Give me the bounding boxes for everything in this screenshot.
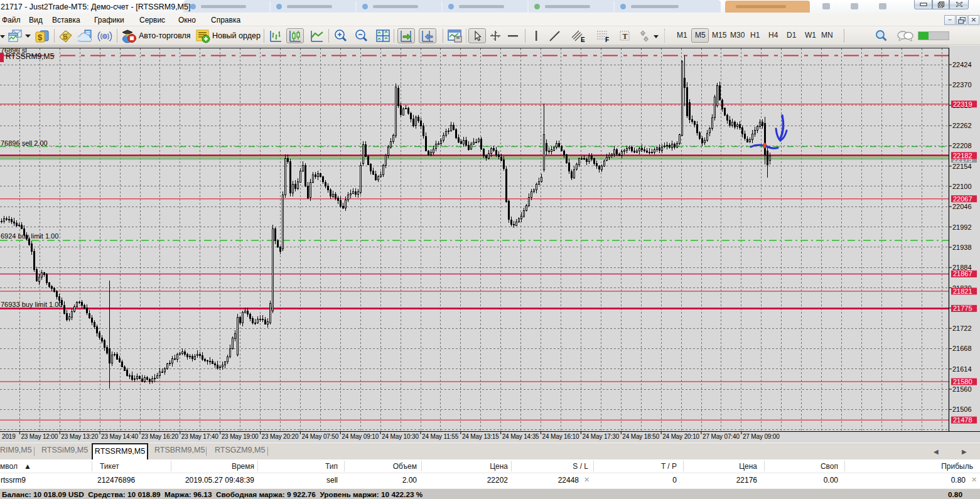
svg-text:27 May 07:40: 27 May 07:40 (703, 433, 740, 440)
svg-text:22370: 22370 (952, 81, 972, 89)
svg-text:21722: 21722 (952, 325, 972, 332)
svg-text:24 May 17:30: 24 May 17:30 (582, 433, 619, 440)
svg-text:22046: 22046 (952, 203, 972, 210)
svg-text:24 May 07:50: 24 May 07:50 (301, 433, 338, 440)
svg-text:23 May 19:00: 23 May 19:00 (222, 433, 259, 440)
svg-text:22319: 22319 (953, 100, 972, 108)
svg-text:2019: 2019 (2, 433, 16, 440)
svg-text:21580: 21580 (953, 378, 972, 385)
svg-text:23 May 14:40: 23 May 14:40 (101, 433, 138, 440)
svg-text:24 May 10:30: 24 May 10:30 (382, 433, 419, 440)
svg-text:21478: 21478 (953, 416, 972, 424)
svg-text:24 May 16:10: 24 May 16:10 (542, 433, 579, 440)
svg-text:21614: 21614 (952, 365, 972, 373)
svg-text:6924 buy limit 1.00: 6924 buy limit 1.00 (1, 232, 58, 240)
svg-text:24 May 20:10: 24 May 20:10 (662, 433, 699, 440)
svg-text:21775: 21775 (953, 304, 972, 312)
svg-text:23 May 12:00: 23 May 12:00 (21, 433, 58, 440)
svg-text:22154: 22154 (952, 163, 972, 170)
svg-text:22100: 22100 (952, 183, 972, 190)
svg-text:23 May 13:20: 23 May 13:20 (61, 433, 98, 440)
svg-text:21821: 21821 (953, 287, 972, 295)
svg-text:22262: 22262 (952, 122, 972, 129)
svg-text:21560: 21560 (952, 385, 972, 393)
svg-text:T: T (623, 32, 628, 41)
svg-text:24 May 13:15: 24 May 13:15 (462, 433, 499, 440)
svg-text:24 May 14:35: 24 May 14:35 (502, 433, 539, 440)
svg-text:22182: 22182 (953, 152, 972, 159)
svg-text:24 May 11:55: 24 May 11:55 (422, 433, 459, 440)
svg-text:22208: 22208 (952, 142, 972, 149)
svg-text:23 May 16:20: 23 May 16:20 (141, 433, 178, 440)
svg-text:E: E (581, 36, 585, 43)
svg-text:RTSSRM9,M5: RTSSRM9,M5 (6, 52, 54, 61)
svg-text:27 May 09:00: 27 May 09:00 (743, 433, 780, 440)
svg-text:21867: 21867 (953, 270, 972, 277)
svg-text:23 May 17:40: 23 May 17:40 (181, 433, 218, 440)
svg-text:23 May 20:20: 23 May 20:20 (262, 433, 299, 440)
svg-text:22067: 22067 (953, 195, 972, 203)
svg-text:22424: 22424 (952, 61, 972, 68)
svg-text:76896 sell 2.00: 76896 sell 2.00 (1, 139, 48, 147)
svg-text:76933 buy limit 1.00: 76933 buy limit 1.00 (1, 301, 62, 308)
svg-text:F: F (605, 36, 609, 43)
svg-text:21668: 21668 (952, 345, 972, 352)
svg-text:$: $ (38, 33, 43, 42)
svg-text:24 May 09:10: 24 May 09:10 (342, 433, 379, 440)
svg-text:21992: 21992 (952, 223, 972, 231)
svg-text:24 May 18:50: 24 May 18:50 (622, 433, 659, 440)
svg-text:21506: 21506 (952, 405, 972, 413)
svg-text:21938: 21938 (952, 244, 972, 251)
